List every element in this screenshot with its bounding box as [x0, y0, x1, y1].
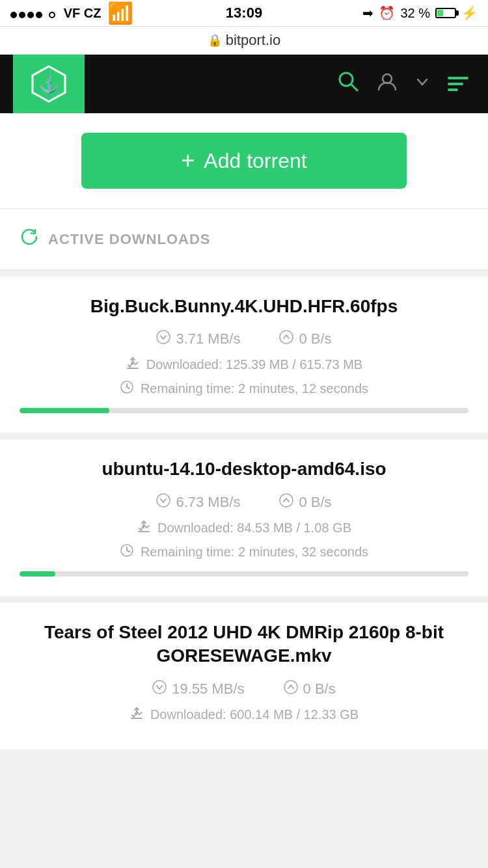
svg-point-10: [157, 494, 170, 507]
speed-row: 19.55 MB/s 0 B/s: [20, 680, 468, 698]
remaining-row: Remaining time: 2 minutes, 32 seconds: [20, 543, 468, 561]
upload-arrow-icon: [279, 493, 293, 511]
download-speed-item: 3.71 MB/s: [156, 330, 240, 348]
download-size-icon: [137, 519, 151, 537]
wifi-icon: 📶: [107, 1, 133, 25]
upload-speed-item: 0 B/s: [284, 680, 336, 698]
carrier-label: VF CZ: [64, 6, 102, 21]
remaining-value: Remaining time: 2 minutes, 32 seconds: [141, 545, 368, 560]
url-bar[interactable]: 🔒 bitport.io: [0, 26, 488, 55]
logo-box[interactable]: ⚓: [13, 55, 85, 113]
downloaded-row: Downloaded: 125.39 MB / 615.73 MB: [20, 356, 468, 373]
svg-point-15: [153, 681, 166, 694]
dropdown-icon[interactable]: [415, 75, 429, 93]
refresh-icon: [20, 227, 39, 251]
status-time: 13:09: [226, 5, 262, 21]
download-size-icon: [129, 706, 144, 724]
alarm-icon: ⏰: [379, 5, 395, 21]
downloaded-value: Downloaded: 84.53 MB / 1.08 GB: [157, 521, 351, 536]
charging-icon: ⚡: [461, 5, 478, 21]
status-left: VF CZ 📶: [10, 1, 133, 25]
progress-bar-container: [20, 571, 468, 576]
downloaded-row: Downloaded: 600.14 MB / 12.33 GB: [20, 706, 468, 724]
downloaded-value: Downloaded: 600.14 MB / 12.33 GB: [150, 707, 359, 722]
lock-icon: 🔒: [208, 33, 222, 47]
download-name: Big.Buck.Bunny.4K.UHD.HFR.60fps: [20, 295, 468, 318]
clock-icon: [120, 543, 134, 561]
active-downloads-header: ACTIVE DOWNLOADS: [0, 209, 488, 270]
download-speed-item: 6.73 MB/s: [156, 493, 240, 511]
progress-bar-fill: [20, 571, 55, 576]
svg-text:⚓: ⚓: [38, 74, 60, 94]
progress-bar-fill: [20, 408, 109, 413]
menu-icon[interactable]: [448, 77, 468, 91]
download-speed-value: 6.73 MB/s: [176, 494, 240, 511]
upload-speed-item: 0 B/s: [279, 493, 331, 511]
upload-speed-item: 0 B/s: [279, 330, 331, 348]
download-card: ubuntu-14.10-desktop-amd64.iso 6.73 MB/s…: [0, 439, 488, 595]
download-arrow-icon: [156, 493, 170, 511]
remaining-row: Remaining time: 2 minutes, 12 seconds: [20, 380, 468, 398]
speed-row: 6.73 MB/s 0 B/s: [20, 493, 468, 511]
download-speed-item: 19.55 MB/s: [152, 680, 244, 698]
download-arrow-icon: [156, 330, 170, 348]
svg-point-11: [280, 494, 293, 507]
battery-fill: [437, 10, 443, 16]
svg-point-6: [280, 331, 293, 344]
download-name: Tears of Steel 2012 UHD 4K DMRip 2160p 8…: [20, 621, 468, 668]
battery-percent: 32 %: [400, 6, 430, 21]
plus-icon: +: [181, 147, 195, 174]
download-speed-value: 3.71 MB/s: [176, 331, 240, 347]
add-torrent-section: + Add torrent: [0, 113, 488, 209]
status-right: ➡ ⏰ 32 % ⚡: [362, 5, 478, 21]
upload-arrow-icon: [284, 680, 298, 698]
download-arrow-icon: [152, 680, 167, 698]
url-text: 🔒 bitport.io: [208, 32, 280, 49]
download-speed-value: 19.55 MB/s: [172, 681, 244, 698]
signal-dots: [10, 4, 57, 22]
add-torrent-label: Add torrent: [204, 149, 306, 173]
status-bar: VF CZ 📶 13:09 ➡ ⏰ 32 % ⚡: [0, 0, 488, 26]
clock-icon: [120, 380, 134, 398]
upload-speed-value: 0 B/s: [299, 494, 331, 511]
speed-row: 3.71 MB/s 0 B/s: [20, 330, 468, 348]
location-icon: ➡: [362, 5, 373, 21]
downloaded-row: Downloaded: 84.53 MB / 1.08 GB: [20, 519, 468, 537]
downloaded-value: Downloaded: 125.39 MB / 615.73 MB: [146, 357, 362, 372]
svg-point-16: [284, 681, 297, 694]
upload-speed-value: 0 B/s: [299, 331, 331, 347]
download-name: ubuntu-14.10-desktop-amd64.iso: [20, 457, 468, 481]
download-size-icon: [126, 356, 140, 373]
add-torrent-button[interactable]: + Add torrent: [81, 133, 407, 189]
remaining-value: Remaining time: 2 minutes, 12 seconds: [141, 381, 368, 396]
section-title: ACTIVE DOWNLOADS: [48, 231, 210, 248]
download-card: Tears of Steel 2012 UHD 4K DMRip 2160p 8…: [0, 603, 488, 750]
logo-icon: ⚓: [29, 64, 68, 103]
battery-icon: [435, 8, 456, 18]
search-icon[interactable]: [337, 70, 359, 98]
upload-arrow-icon: [279, 330, 293, 348]
svg-line-3: [351, 84, 357, 90]
svg-point-5: [157, 331, 170, 344]
url-domain: bitport.io: [226, 32, 280, 49]
upload-speed-value: 0 B/s: [303, 681, 336, 698]
user-icon[interactable]: [377, 72, 397, 96]
download-card: Big.Buck.Bunny.4K.UHD.HFR.60fps 3.71 MB/…: [0, 277, 488, 433]
nav-icons: [85, 70, 475, 98]
header-nav: ⚓: [0, 55, 488, 113]
progress-bar-container: [20, 408, 468, 413]
